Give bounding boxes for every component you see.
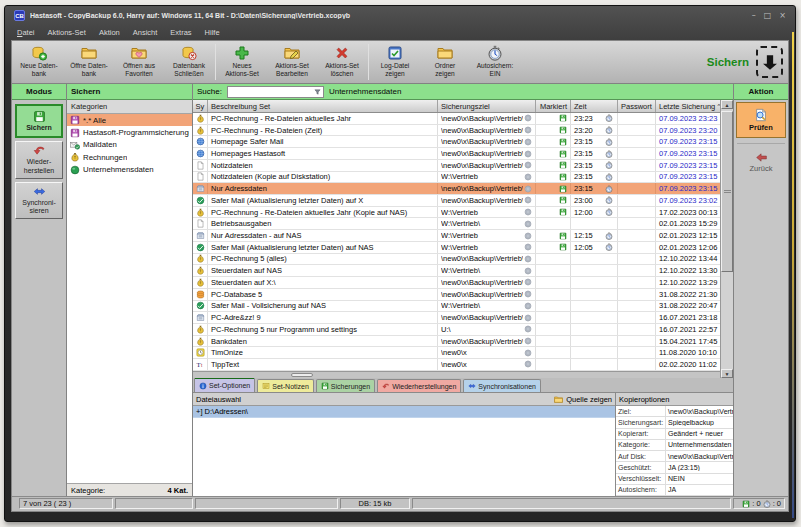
floppy-green-icon	[33, 110, 46, 123]
minimize-button[interactable]: –	[752, 11, 756, 20]
tab-synchronisationen[interactable]: Synchronisationen	[463, 379, 541, 392]
toolbar-button-neue-daten-bank[interactable]: Neue Daten-bank	[14, 42, 64, 82]
table-row[interactable]: Nur Adressdaten - auf NASW:\Vertrieb12:1…	[193, 230, 720, 242]
tab-set-optionen[interactable]: Set-Optionen	[194, 377, 255, 392]
table-row[interactable]: BetriebsausgabenW:\Vertrieb\02.01.2023 1…	[193, 218, 720, 230]
copy-option-row: Kopierart:Geändert + neuer	[616, 429, 733, 440]
table-row[interactable]: PC-Database 5\new0\x\Backup\Vertrieb\Dat…	[193, 289, 720, 301]
tab-set-notizen[interactable]: Set-Notizen	[257, 379, 314, 392]
modus-button-synchronisieren[interactable]: Synchroni-sieren	[15, 182, 63, 220]
tab-sicherungen[interactable]: Sicherungen	[316, 379, 375, 392]
green-ball-icon	[70, 165, 80, 175]
moneybag-icon	[196, 266, 205, 275]
column-header-letzte-sicherung[interactable]: Letzte Sicherung ^	[656, 100, 720, 112]
action-panel: Aktion Prüfen Zurück	[733, 84, 788, 496]
table-row[interactable]: Nur Adressdaten\new0\x\Backup\Vertrieb\a…	[193, 183, 720, 195]
modus-button-sichern[interactable]: Sichern	[15, 104, 63, 138]
toolbar-button-datenbankschließen[interactable]: DatenbankSchließen	[164, 42, 214, 82]
zurueck-button[interactable]: Zurück	[736, 149, 786, 173]
vertical-scrollbar[interactable]: ▲ ▼	[720, 100, 733, 378]
table-row[interactable]: Homepage Safer Mail\new0\x\Backup\Vertri…	[193, 136, 720, 148]
close-button[interactable]: ×	[779, 11, 786, 20]
pruefen-button[interactable]: Prüfen	[736, 102, 786, 138]
menu-item-ansicht[interactable]: Ansicht	[133, 28, 158, 37]
selected-path-row[interactable]: +] D:\Adressen\	[193, 406, 615, 418]
toolbar-separator	[368, 44, 369, 80]
sync-blue-icon	[33, 185, 46, 198]
sync-blue-icon	[468, 382, 476, 390]
table-row[interactable]: Notizdateien (Kopie auf Diskstation)W:\V…	[193, 172, 720, 184]
table-row[interactable]: PC-Rechnung 5 nur Programm und settingsU…	[193, 324, 720, 336]
clock-yellow-icon	[196, 348, 205, 357]
category-item[interactable]: Rechnungen	[67, 151, 192, 163]
horizontal-scrollbar[interactable]	[193, 371, 720, 378]
scroll-down-arrow[interactable]: ▼	[721, 369, 733, 378]
horizontal-scroll-thumb[interactable]	[291, 373, 313, 377]
db-orange-icon	[196, 290, 205, 299]
column-header-sy[interactable]: Sy	[193, 100, 208, 112]
table-row[interactable]: PC-Adre&zz! 9\new0\x\Backup\Vertrieb\adr…	[193, 312, 720, 324]
cardfile-icon	[196, 313, 205, 322]
globe-grey-icon	[524, 255, 532, 263]
status-cell	[195, 498, 338, 509]
column-header-markiert[interactable]: Markiert	[536, 100, 571, 112]
menu-item-aktion[interactable]: Aktion	[99, 28, 120, 37]
mail-globe-icon	[70, 140, 80, 150]
toolbar-button-aktions-setlöschen[interactable]: Aktions-Setlöschen	[317, 42, 367, 82]
table-row[interactable]: Notizdateien\new0\x\Backup\Vertrieb\Noti…	[193, 160, 720, 172]
table-row[interactable]: Homepages Hastasoft\new0\x\Backup\Vertri…	[193, 148, 720, 160]
toolbar-button-ordnerzeigen[interactable]: Ordnerzeigen	[420, 42, 470, 82]
table-row[interactable]: PC-Rechnung 5 (alles)\new0\x\Backup\Vert…	[193, 254, 720, 266]
search-input[interactable]	[227, 86, 324, 98]
toolbar-button-neuesaktions-set[interactable]: NeuesAktions-Set	[217, 42, 267, 82]
modus-button-wiederherstellen[interactable]: Wieder-herstellen	[15, 141, 63, 179]
menu-item-hilfe[interactable]: Hilfe	[205, 28, 220, 37]
table-row[interactable]: PC-Rechnung - Re-Dateien (Zeit)\new0\x\B…	[193, 125, 720, 137]
menu-item-aktions-set[interactable]: Aktions-Set	[48, 28, 86, 37]
tab-wiederherstellungen[interactable]: Wiederherstellungen	[377, 379, 461, 392]
table-row[interactable]: TtTippText\new0\x02.02.2020 11:02	[193, 359, 720, 371]
toolbar-button-öffne-daten-bank[interactable]: Öffne Daten-bank	[64, 42, 114, 82]
table-row[interactable]: PC-Rechnung - Re-Dateien aktuelles Jahr …	[193, 207, 720, 219]
column-header-sicherungsziel[interactable]: Sicherungsziel	[438, 100, 536, 112]
sichern-arrow-box[interactable]	[756, 46, 783, 78]
table-row[interactable]: Bankdaten\new0\x\Backup\Vertrieb\Bank\15…	[193, 336, 720, 348]
menu-item-datei[interactable]: Datei	[17, 28, 35, 37]
toolbar-button-aktions-setbearbeiten[interactable]: Aktions-SetBearbeiten	[267, 42, 317, 82]
globe-grey-icon	[524, 290, 532, 298]
floppy-green-icon	[321, 382, 329, 390]
floppy-purple-icon	[70, 115, 80, 125]
copy-option-row: Autosichern:JA	[616, 485, 733, 496]
toolbar-button-öffnen-ausfavoriten[interactable]: Öffnen ausFavoriten	[114, 42, 164, 82]
folder-icon	[81, 45, 97, 61]
scroll-thumb[interactable]	[721, 111, 733, 272]
column-header-beschreibung-set[interactable]: Beschreibung Set	[208, 100, 438, 112]
table-row[interactable]: Steuerdaten auf NASW:\Vertrieb\12.10.202…	[193, 265, 720, 277]
category-item[interactable]: *.* Alle	[67, 114, 192, 126]
toolbar-button-log-dateizeigen[interactable]: Log-Dateizeigen	[370, 42, 420, 82]
table-row[interactable]: Safer Mail (Aktualisierung letzter Daten…	[193, 195, 720, 207]
column-header-passwort[interactable]: Passwort	[618, 100, 656, 112]
menu-item-extras[interactable]: Extras	[170, 28, 191, 37]
table-row[interactable]: Safer Mail - Vollsicherung auf NASW:\Ver…	[193, 301, 720, 313]
doc-icon	[196, 172, 205, 181]
globe-grey-icon	[524, 196, 532, 204]
category-item[interactable]: Maildaten	[67, 139, 192, 151]
app-window: CB Hastasoft - CopyBackup 6.0, Harry auf…	[4, 5, 796, 522]
table-row[interactable]: TimOnize\new0\x11.08.2020 10:10	[193, 347, 720, 359]
category-item[interactable]: Unternehmensdaten	[67, 164, 192, 176]
moneybag-icon	[196, 278, 205, 287]
column-header-zeit[interactable]: Zeit	[571, 100, 618, 112]
zurueck-label: Zurück	[750, 164, 773, 173]
sichern-action[interactable]: Sichern	[707, 42, 786, 82]
moneybag-icon	[196, 325, 205, 334]
toolbar-button-autosichern-ein[interactable]: Autosichern:EIN	[470, 42, 520, 82]
maximize-button[interactable]: □	[764, 11, 772, 20]
scroll-up-arrow[interactable]: ▲	[721, 100, 733, 109]
folder-heart-icon	[131, 45, 147, 61]
show-source-button[interactable]: Quelle zeigen	[554, 395, 612, 404]
category-item[interactable]: Hastasoft-Programmsicherungen	[67, 126, 192, 138]
table-row[interactable]: Safer Mail (Aktualisierung letzter Daten…	[193, 242, 720, 254]
table-row[interactable]: PC-Rechnung - Re-Dateien aktuelles Jahr\…	[193, 113, 720, 125]
table-row[interactable]: Steuerdaten auf X:\\new0\x\Backup\Vertri…	[193, 277, 720, 289]
